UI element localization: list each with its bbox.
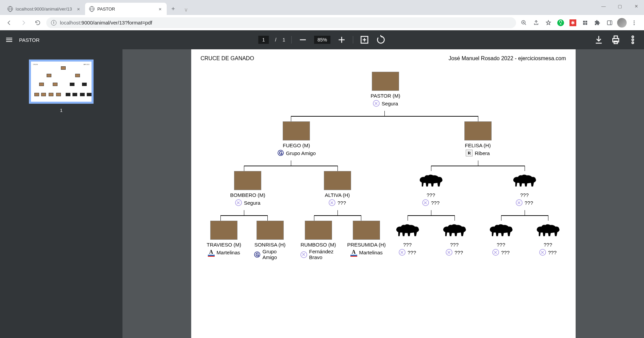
globe-icon [89, 6, 95, 12]
svg-rect-5 [607, 21, 612, 25]
svg-point-8 [634, 24, 635, 25]
svg-point-15 [632, 42, 634, 44]
zoom-level[interactable]: 85% [314, 36, 330, 44]
pdf-title: PASTOR [19, 37, 39, 43]
pdf-body: CRUCEJMR 2022 [0, 49, 644, 338]
brand-icon: A [208, 249, 215, 256]
extension-grey-icon[interactable] [580, 18, 590, 28]
side-panel-icon[interactable] [605, 18, 615, 28]
pdf-menu-button[interactable] [628, 35, 638, 45]
svg-rect-1 [583, 21, 585, 22]
browser-chrome: localhost:9000/animal/ver/13 × PASTOR × … [0, 0, 644, 30]
browser-tab-inactive[interactable]: localhost:9000/animal/ver/13 × [3, 3, 85, 15]
thumbnail-number: 1 [60, 108, 62, 113]
tab-overflow-icon[interactable]: ∨ [178, 4, 194, 15]
zoom-out-button[interactable] [298, 35, 308, 45]
animal-photo [353, 221, 380, 240]
zoom-in-button[interactable] [336, 35, 347, 45]
globe-icon [7, 6, 13, 12]
download-button[interactable] [594, 35, 604, 45]
close-icon[interactable]: × [158, 6, 163, 12]
close-icon[interactable]: × [76, 6, 81, 12]
animal-photo [305, 221, 332, 240]
node-unknown: ??? ✕??? [511, 171, 538, 206]
hamburger-icon[interactable] [6, 37, 12, 43]
extension-green-icon[interactable] [556, 18, 566, 28]
browser-tab-active[interactable]: PASTOR × [85, 3, 167, 15]
close-window-button[interactable]: ✕ [628, 1, 644, 12]
animal-silhouette-icon [417, 171, 445, 190]
brand-icon: Ⓖ [277, 150, 284, 156]
animal-photo [210, 221, 237, 240]
animal-photo [283, 121, 310, 140]
svg-rect-3 [583, 23, 585, 24]
node-unknown: ??? ✕??? [441, 221, 468, 256]
node-travieso: TRAVIESO (M) AMartelinas [207, 221, 241, 256]
brand-icon: A [350, 249, 357, 256]
print-button[interactable] [611, 35, 621, 45]
brand-icon: ✕ [492, 249, 499, 256]
reload-button[interactable] [32, 17, 44, 29]
animal-photo [324, 171, 351, 190]
animal-silhouette-icon [441, 221, 468, 240]
fit-page-button[interactable] [359, 35, 369, 45]
svg-rect-2 [585, 21, 587, 22]
bookmark-star-icon[interactable] [543, 18, 554, 28]
pdf-page-area[interactable]: CRUCE DE GANADO José Manuel Rosado 2022 … [122, 49, 644, 338]
node-altiva: ALTIVA (H) ✕??? [324, 171, 351, 206]
page-total: 1 [282, 37, 285, 43]
profile-avatar[interactable] [617, 18, 627, 28]
brand-icon: ✕ [516, 199, 523, 206]
node-felisa: FELISA (H) RRibera [464, 121, 492, 156]
share-icon[interactable] [531, 18, 541, 28]
node-unknown: ??? ✕??? [488, 221, 515, 256]
node-presumida: PRESUMIDA (H) AMartelinas [347, 221, 386, 256]
extension-red-icon[interactable]: ✱ [568, 18, 578, 28]
node-unknown: ??? ✕??? [394, 221, 421, 256]
extensions-puzzle-icon[interactable] [592, 18, 602, 28]
maximize-button[interactable]: ▢ [612, 1, 628, 12]
new-tab-button[interactable]: + [168, 4, 178, 14]
animal-photo [234, 171, 261, 190]
svg-rect-11 [614, 36, 617, 39]
pdf-toolbar: PASTOR 1 / 1 85% [0, 30, 644, 49]
page-thumbnail[interactable]: CRUCEJMR 2022 [29, 60, 94, 104]
page-number-input[interactable]: 1 [258, 36, 269, 44]
pedigree-tree: PASTOR (M) ✕Segura FUEGO (M) ⒼGrupo Amig… [201, 72, 566, 289]
svg-point-7 [634, 22, 635, 23]
rotate-button[interactable] [376, 35, 386, 45]
node-pastor: PASTOR (M) ✕Segura [371, 72, 400, 107]
brand-icon: ✕ [329, 199, 335, 206]
browser-menu-icon[interactable] [629, 18, 639, 28]
node-sonrisa: SONRISA (H) ⒼGrupo Amigo [254, 221, 286, 260]
back-button[interactable] [3, 17, 15, 29]
brand-icon: ✕ [373, 100, 380, 107]
tab-strip: localhost:9000/animal/ver/13 × PASTOR × … [0, 0, 644, 15]
svg-point-14 [632, 39, 634, 41]
node-bombero: BOMBERO (M) ✕Segura [230, 171, 265, 206]
page-separator: / [275, 37, 277, 43]
site-info-icon[interactable]: i [51, 20, 56, 26]
tab-title: localhost:9000/animal/ver/13 [16, 6, 73, 12]
animal-photo [372, 72, 399, 91]
node-fuego: FUEGO (M) ⒼGrupo Amigo [277, 121, 316, 156]
forward-button[interactable] [18, 17, 29, 29]
animal-silhouette-icon [511, 171, 538, 190]
brand-icon: ✕ [399, 249, 406, 256]
node-unknown: ??? ✕??? [534, 221, 562, 256]
animal-photo [257, 221, 284, 240]
animal-photo [464, 121, 492, 140]
address-bar-row: i localhost:9000/animal/ver/13?format=pd… [0, 15, 644, 30]
doc-credit: José Manuel Rosado 2022 - ejerciciosmesa… [448, 55, 566, 62]
minimize-button[interactable]: — [596, 1, 611, 12]
node-unknown: ??? ✕??? [417, 171, 445, 206]
zoom-icon[interactable] [519, 18, 529, 28]
thumbnail-sidebar: CRUCEJMR 2022 [0, 49, 122, 338]
address-bar[interactable]: i localhost:9000/animal/ver/13?format=pd… [46, 17, 516, 28]
window-controls: — ▢ ✕ [596, 0, 644, 12]
node-rumboso: RUMBOSO (M) ✕Fernández Bravo [300, 221, 336, 260]
brand-icon: R [466, 150, 473, 156]
brand-icon: ✕ [300, 251, 307, 258]
brand-icon: ✕ [539, 249, 546, 256]
tab-title: PASTOR [97, 6, 155, 12]
